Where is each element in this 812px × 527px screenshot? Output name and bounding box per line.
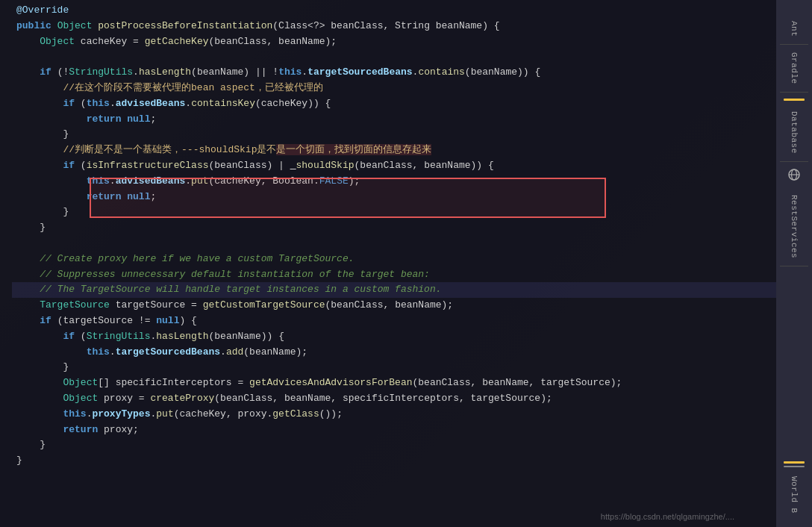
- code-line-8: return null;: [12, 112, 776, 128]
- sidebar-divider-2: [780, 92, 808, 93]
- sidebar-divider-4: [780, 266, 808, 266]
- sidebar-tab-restservices-label: RestServices: [790, 195, 799, 258]
- right-sidebar: Ant Gradle Database RestServices World B: [776, 0, 812, 527]
- sidebar-divider-1: [780, 44, 808, 45]
- code-line-18: // Suppresses unnecessary default instan…: [12, 267, 776, 283]
- annotation-override: @Override: [16, 4, 69, 16]
- sidebar-tab-database[interactable]: Database: [787, 105, 802, 160]
- sidebar-tab-ant[interactable]: Ant: [787, 15, 802, 43]
- code-line-3: Object cacheKey = getCacheKey(beanClass,…: [12, 34, 776, 50]
- code-line-16: [12, 236, 776, 252]
- bottom-indicator-2: [784, 466, 805, 467]
- code-line-28: return proxy;: [12, 422, 776, 438]
- code-line-2: public Object postProcessBeforeInstantia…: [12, 19, 776, 34]
- sidebar-tab-ant-label: Ant: [790, 21, 799, 37]
- code-line-22: if (StringUtils.hasLength(beanName)) {: [12, 329, 776, 345]
- code-line-24: }: [12, 360, 776, 375]
- code-line-9: }: [12, 127, 776, 143]
- code-line-26: Object proxy = createProxy(beanClass, be…: [12, 391, 776, 407]
- code-line-25: Object[] specificInterceptors = getAdvic…: [12, 375, 776, 391]
- sidebar-tab-worldb-label: World B: [790, 476, 799, 514]
- bottom-indicator-1: [784, 461, 805, 464]
- sidebar-tab-restservices[interactable]: RestServices: [787, 189, 802, 264]
- code-line-23: this.targetSourcedBeans.add(beanName);: [12, 345, 776, 361]
- code-panel: @Override public Object postProcessBefor…: [0, 0, 776, 527]
- sidebar-tab-worldb[interactable]: World B: [787, 470, 802, 520]
- code-line-14: }: [12, 205, 776, 220]
- gradle-indicator: [784, 99, 805, 101]
- code-line-29: }: [12, 437, 776, 453]
- code-content[interactable]: @Override public Object postProcessBefor…: [0, 0, 776, 472]
- code-line-6: //在这个阶段不需要被代理的bean aspect，已经被代理的: [12, 81, 776, 96]
- code-line-13: return null;: [12, 190, 776, 205]
- code-line-21: if (targetSource != null) {: [12, 314, 776, 329]
- watermark: https://blog.csdn.net/qlgamingzhe/....: [601, 512, 734, 521]
- code-line-11: if (isInfrastructureClass(beanClass) | _…: [12, 158, 776, 174]
- globe-icon[interactable]: [787, 163, 801, 189]
- sidebar-tab-database-label: Database: [790, 111, 799, 154]
- sidebar-tab-gradle-label: Gradle: [790, 52, 799, 84]
- code-line-15: }: [12, 220, 776, 236]
- code-line-7: if (this.advisedBeans.containsKey(cacheK…: [12, 96, 776, 112]
- code-line-17: // Create proxy here if we have a custom…: [12, 252, 776, 267]
- code-line-1: @Override: [12, 3, 776, 19]
- code-line-27: this.proxyTypes.put(cacheKey, proxy.getC…: [12, 407, 776, 422]
- sidebar-tab-gradle[interactable]: Gradle: [787, 46, 802, 90]
- code-line-30: }: [12, 453, 776, 469]
- sidebar-divider-3: [780, 161, 808, 162]
- code-line-20: TargetSource targetSource = getCustomTar…: [12, 298, 776, 314]
- code-line-12: this.advisedBeans.put(cacheKey, Boolean.…: [12, 174, 776, 190]
- code-line-10: //判断是不是一个基础类，---shouldSkip是不是一个切面，找到切面的信…: [12, 143, 776, 158]
- code-line-5: if (!StringUtils.hasLength(beanName) || …: [12, 65, 776, 81]
- code-line-19: // The TargetSource will handle target i…: [12, 282, 776, 298]
- code-line-4: [12, 49, 776, 65]
